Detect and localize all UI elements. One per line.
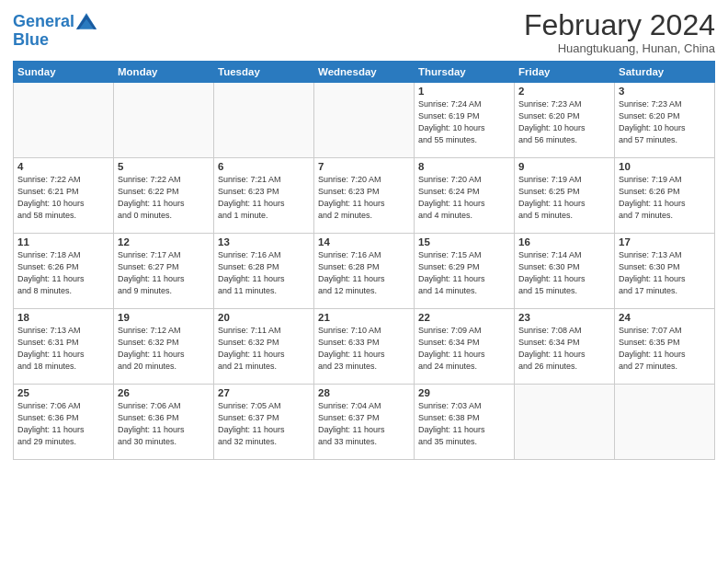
day-info: Sunrise: 7:08 AMSunset: 6:34 PMDaylight:…	[518, 325, 610, 373]
day-info: Sunrise: 7:20 AMSunset: 6:23 PMDaylight:…	[318, 174, 410, 222]
day-of-week-header: Wednesday	[314, 62, 415, 83]
calendar-cell: 17Sunrise: 7:13 AMSunset: 6:30 PMDayligh…	[615, 234, 715, 309]
page: General Blue February 2024 Huangtukuang,…	[0, 0, 728, 563]
day-number: 1	[418, 86, 510, 97]
calendar-cell: 7Sunrise: 7:20 AMSunset: 6:23 PMDaylight…	[314, 158, 415, 234]
day-number: 15	[418, 236, 510, 247]
day-number: 21	[318, 312, 410, 323]
calendar-week-row: 11Sunrise: 7:18 AMSunset: 6:26 PMDayligh…	[14, 234, 715, 309]
day-of-week-header: Saturday	[615, 62, 715, 83]
day-info: Sunrise: 7:11 AMSunset: 6:32 PMDaylight:…	[218, 325, 310, 373]
day-of-week-header: Monday	[114, 62, 214, 83]
calendar-week-row: 25Sunrise: 7:06 AMSunset: 6:36 PMDayligh…	[14, 385, 715, 460]
day-number: 29	[418, 387, 510, 398]
calendar-cell: 1Sunrise: 7:24 AMSunset: 6:19 PMDaylight…	[415, 83, 515, 158]
day-number: 11	[17, 236, 109, 247]
day-of-week-header: Sunday	[14, 62, 114, 83]
calendar-cell: 10Sunrise: 7:19 AMSunset: 6:26 PMDayligh…	[615, 158, 715, 234]
title-block: February 2024 Huangtukuang, Hunan, China	[524, 9, 715, 55]
day-info: Sunrise: 7:05 AMSunset: 6:37 PMDaylight:…	[218, 400, 310, 448]
calendar-cell: 12Sunrise: 7:17 AMSunset: 6:27 PMDayligh…	[114, 234, 214, 309]
calendar-cell: 9Sunrise: 7:19 AMSunset: 6:25 PMDaylight…	[515, 158, 615, 234]
calendar-cell: 29Sunrise: 7:03 AMSunset: 6:38 PMDayligh…	[415, 385, 515, 460]
day-info: Sunrise: 7:06 AMSunset: 6:36 PMDaylight:…	[17, 400, 109, 448]
day-info: Sunrise: 7:10 AMSunset: 6:33 PMDaylight:…	[318, 325, 410, 373]
day-info: Sunrise: 7:22 AMSunset: 6:22 PMDaylight:…	[118, 174, 210, 222]
day-number: 27	[218, 387, 310, 398]
day-info: Sunrise: 7:18 AMSunset: 6:26 PMDaylight:…	[17, 249, 109, 297]
day-number: 20	[218, 312, 310, 323]
day-of-week-header: Thursday	[415, 62, 515, 83]
calendar-week-row: 18Sunrise: 7:13 AMSunset: 6:31 PMDayligh…	[14, 309, 715, 385]
header: General Blue February 2024 Huangtukuang,…	[13, 9, 715, 55]
calendar-cell: 15Sunrise: 7:15 AMSunset: 6:29 PMDayligh…	[415, 234, 515, 309]
day-of-week-header: Tuesday	[214, 62, 314, 83]
day-info: Sunrise: 7:14 AMSunset: 6:30 PMDaylight:…	[518, 249, 610, 297]
calendar-cell: 16Sunrise: 7:14 AMSunset: 6:30 PMDayligh…	[515, 234, 615, 309]
logo-text-general: General	[13, 13, 74, 31]
day-info: Sunrise: 7:19 AMSunset: 6:26 PMDaylight:…	[619, 174, 711, 222]
calendar-cell: 13Sunrise: 7:16 AMSunset: 6:28 PMDayligh…	[214, 234, 314, 309]
day-info: Sunrise: 7:12 AMSunset: 6:32 PMDaylight:…	[118, 325, 210, 373]
calendar-cell: 2Sunrise: 7:23 AMSunset: 6:20 PMDaylight…	[515, 83, 615, 158]
day-number: 23	[518, 312, 610, 323]
calendar-cell	[114, 83, 214, 158]
day-number: 7	[318, 161, 410, 172]
day-number: 5	[118, 161, 210, 172]
calendar-cell: 6Sunrise: 7:21 AMSunset: 6:23 PMDaylight…	[214, 158, 314, 234]
day-info: Sunrise: 7:23 AMSunset: 6:20 PMDaylight:…	[619, 98, 711, 146]
calendar-cell: 20Sunrise: 7:11 AMSunset: 6:32 PMDayligh…	[214, 309, 314, 385]
day-number: 13	[218, 236, 310, 247]
calendar-cell: 26Sunrise: 7:06 AMSunset: 6:36 PMDayligh…	[114, 385, 214, 460]
calendar-cell: 5Sunrise: 7:22 AMSunset: 6:22 PMDaylight…	[114, 158, 214, 234]
day-info: Sunrise: 7:17 AMSunset: 6:27 PMDaylight:…	[118, 249, 210, 297]
day-number: 19	[118, 312, 210, 323]
calendar-table: SundayMondayTuesdayWednesdayThursdayFrid…	[13, 61, 715, 460]
day-info: Sunrise: 7:20 AMSunset: 6:24 PMDaylight:…	[418, 174, 510, 222]
calendar-cell	[515, 385, 615, 460]
logo-icon	[76, 13, 97, 29]
calendar-week-row: 1Sunrise: 7:24 AMSunset: 6:19 PMDaylight…	[14, 83, 715, 158]
calendar-cell	[14, 83, 114, 158]
calendar-cell: 27Sunrise: 7:05 AMSunset: 6:37 PMDayligh…	[214, 385, 314, 460]
day-number: 4	[17, 161, 109, 172]
day-info: Sunrise: 7:03 AMSunset: 6:38 PMDaylight:…	[418, 400, 510, 448]
calendar-cell	[214, 83, 314, 158]
calendar-cell: 24Sunrise: 7:07 AMSunset: 6:35 PMDayligh…	[615, 309, 715, 385]
day-number: 26	[118, 387, 210, 398]
calendar-cell: 28Sunrise: 7:04 AMSunset: 6:37 PMDayligh…	[314, 385, 415, 460]
day-info: Sunrise: 7:19 AMSunset: 6:25 PMDaylight:…	[518, 174, 610, 222]
day-info: Sunrise: 7:06 AMSunset: 6:36 PMDaylight:…	[118, 400, 210, 448]
logo-text-blue: Blue	[13, 31, 97, 50]
day-number: 14	[318, 236, 410, 247]
day-info: Sunrise: 7:07 AMSunset: 6:35 PMDaylight:…	[619, 325, 711, 373]
calendar-cell: 19Sunrise: 7:12 AMSunset: 6:32 PMDayligh…	[114, 309, 214, 385]
day-info: Sunrise: 7:04 AMSunset: 6:37 PMDaylight:…	[318, 400, 410, 448]
day-info: Sunrise: 7:21 AMSunset: 6:23 PMDaylight:…	[218, 174, 310, 222]
day-info: Sunrise: 7:16 AMSunset: 6:28 PMDaylight:…	[218, 249, 310, 297]
day-info: Sunrise: 7:13 AMSunset: 6:30 PMDaylight:…	[619, 249, 711, 297]
day-number: 2	[518, 86, 610, 97]
day-number: 18	[17, 312, 109, 323]
location-subtitle: Huangtukuang, Hunan, China	[524, 41, 715, 55]
day-number: 6	[218, 161, 310, 172]
day-number: 9	[518, 161, 610, 172]
calendar-cell	[314, 83, 415, 158]
calendar-cell	[615, 385, 715, 460]
day-number: 28	[318, 387, 410, 398]
calendar-cell: 14Sunrise: 7:16 AMSunset: 6:28 PMDayligh…	[314, 234, 415, 309]
day-number: 3	[619, 86, 711, 97]
day-number: 17	[619, 236, 711, 247]
calendar-cell: 25Sunrise: 7:06 AMSunset: 6:36 PMDayligh…	[14, 385, 114, 460]
calendar-cell: 22Sunrise: 7:09 AMSunset: 6:34 PMDayligh…	[415, 309, 515, 385]
calendar-cell: 3Sunrise: 7:23 AMSunset: 6:20 PMDaylight…	[615, 83, 715, 158]
day-number: 8	[418, 161, 510, 172]
calendar-cell: 11Sunrise: 7:18 AMSunset: 6:26 PMDayligh…	[14, 234, 114, 309]
month-year-title: February 2024	[524, 9, 715, 41]
day-info: Sunrise: 7:13 AMSunset: 6:31 PMDaylight:…	[17, 325, 109, 373]
calendar-week-row: 4Sunrise: 7:22 AMSunset: 6:21 PMDaylight…	[14, 158, 715, 234]
calendar-cell: 23Sunrise: 7:08 AMSunset: 6:34 PMDayligh…	[515, 309, 615, 385]
day-info: Sunrise: 7:23 AMSunset: 6:20 PMDaylight:…	[518, 98, 610, 146]
day-of-week-header: Friday	[515, 62, 615, 83]
day-info: Sunrise: 7:15 AMSunset: 6:29 PMDaylight:…	[418, 249, 510, 297]
